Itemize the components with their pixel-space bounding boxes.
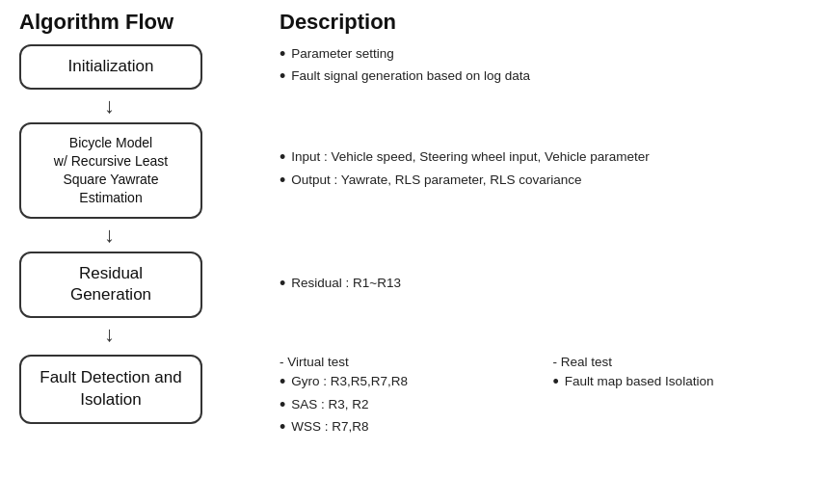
desc-text: WSS : R7,R8 bbox=[291, 417, 368, 437]
real-test-header: - Real test bbox=[553, 355, 808, 369]
desc-item: • Fault map based Isolation bbox=[553, 372, 808, 391]
block-residual: ResidualGeneration bbox=[19, 252, 202, 319]
block-fault-container: Fault Detection andIsolation bbox=[19, 351, 270, 424]
arrow-down-icon: ↓ bbox=[104, 93, 115, 119]
desc-residual: • Residual : R1~R13 bbox=[270, 274, 807, 296]
bullet-icon: • bbox=[280, 67, 285, 85]
desc-text: Fault map based Isolation bbox=[565, 372, 714, 391]
desc-text: Parameter setting bbox=[291, 44, 394, 64]
row-initialization: Initialization • Parameter setting • Fau… bbox=[19, 44, 807, 90]
block-residual-label: ResidualGeneration bbox=[70, 264, 151, 305]
desc-text: Input : Vehicle speed, Steering wheel in… bbox=[291, 147, 650, 167]
bullet-icon: • bbox=[280, 148, 285, 166]
desc-fault-two-col: - Virtual test • Gyro : R3,R5,R7,R8 • SA… bbox=[280, 355, 807, 439]
arrow-3-container: ↓ bbox=[19, 322, 270, 347]
block-bicycle-label: Bicycle Modelw/ Recursive LeastSquare Ya… bbox=[54, 135, 168, 205]
block-residual-container: ResidualGeneration bbox=[19, 252, 270, 319]
arrow-1: ↓ bbox=[19, 93, 807, 119]
block-initialization-container: Initialization bbox=[19, 44, 270, 90]
arrow-2-container: ↓ bbox=[19, 223, 270, 248]
algorithm-flow-title: Algorithm Flow bbox=[19, 10, 173, 34]
row-residual: ResidualGeneration • Residual : R1~R13 bbox=[19, 252, 807, 319]
arrow-3: ↓ bbox=[19, 322, 807, 347]
arrow-2-right bbox=[270, 223, 807, 248]
arrow-down-icon: ↓ bbox=[104, 322, 115, 347]
arrow-down-icon: ↓ bbox=[104, 223, 115, 248]
row-bicycle-model: Bicycle Modelw/ Recursive LeastSquare Ya… bbox=[19, 122, 807, 219]
desc-item: • WSS : R7,R8 bbox=[280, 417, 534, 437]
arrow-1-container: ↓ bbox=[19, 93, 270, 119]
virtual-test-header: - Virtual test bbox=[280, 355, 534, 369]
desc-fault: - Virtual test • Gyro : R3,R5,R7,R8 • SA… bbox=[270, 351, 807, 439]
desc-item: • Input : Vehicle speed, Steering wheel … bbox=[280, 147, 807, 167]
header-left: Algorithm Flow bbox=[19, 10, 270, 35]
block-bicycle-container: Bicycle Modelw/ Recursive LeastSquare Ya… bbox=[19, 122, 270, 219]
description-title: Description bbox=[280, 10, 396, 34]
desc-fault-left-col: - Virtual test • Gyro : R3,R5,R7,R8 • SA… bbox=[280, 355, 534, 439]
desc-item: • SAS : R3, R2 bbox=[280, 395, 534, 414]
desc-text: Output : Yawrate, RLS parameter, RLS cov… bbox=[291, 171, 581, 190]
bullet-icon: • bbox=[280, 172, 285, 189]
block-bicycle: Bicycle Modelw/ Recursive LeastSquare Ya… bbox=[19, 122, 202, 219]
bullet-icon: • bbox=[280, 396, 285, 413]
header-row: Algorithm Flow Description bbox=[19, 10, 807, 35]
desc-initialization: • Parameter setting • Fault signal gener… bbox=[270, 44, 807, 90]
desc-text: Fault signal generation based on log dat… bbox=[291, 66, 530, 86]
desc-text: Gyro : R3,R5,R7,R8 bbox=[291, 372, 408, 391]
main-container: Algorithm Flow Description Initializatio… bbox=[0, 0, 826, 504]
desc-bicycle: • Input : Vehicle speed, Steering wheel … bbox=[270, 147, 807, 193]
arrow-2: ↓ bbox=[19, 223, 807, 248]
bullet-icon: • bbox=[280, 418, 285, 436]
block-fault: Fault Detection andIsolation bbox=[19, 355, 202, 424]
bullet-icon: • bbox=[280, 275, 285, 292]
block-initialization: Initialization bbox=[19, 44, 202, 90]
bullet-icon: • bbox=[280, 45, 285, 63]
desc-item: • Parameter setting bbox=[280, 44, 807, 64]
block-fault-label: Fault Detection andIsolation bbox=[40, 367, 181, 411]
arrow-1-right bbox=[270, 93, 807, 119]
desc-item: • Fault signal generation based on log d… bbox=[280, 66, 807, 86]
arrow-3-right bbox=[270, 322, 807, 347]
block-initialization-label: Initialization bbox=[68, 57, 154, 75]
bullet-icon: • bbox=[553, 373, 559, 390]
desc-item: • Output : Yawrate, RLS parameter, RLS c… bbox=[280, 171, 807, 190]
desc-text: Residual : R1~R13 bbox=[291, 274, 401, 293]
desc-item: • Gyro : R3,R5,R7,R8 bbox=[280, 372, 534, 391]
bullet-icon: • bbox=[280, 373, 285, 390]
desc-fault-right-col: - Real test • Fault map based Isolation bbox=[553, 355, 808, 439]
row-fault-detection: Fault Detection andIsolation - Virtual t… bbox=[19, 351, 807, 439]
desc-text: SAS : R3, R2 bbox=[291, 395, 368, 414]
header-right: Description bbox=[270, 10, 807, 35]
desc-item: • Residual : R1~R13 bbox=[280, 274, 807, 293]
